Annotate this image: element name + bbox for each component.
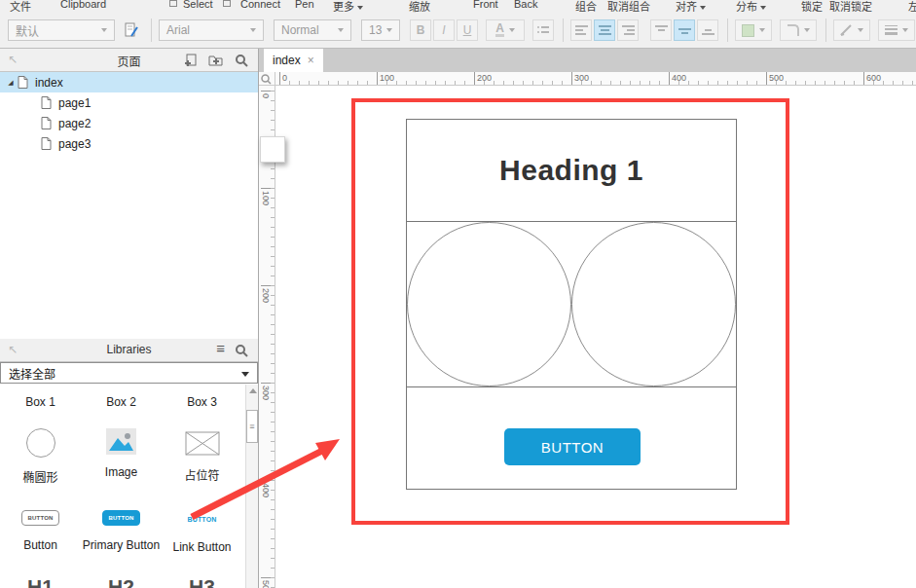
library-item-primary-button[interactable]: BUTTON Primary Button — [81, 509, 162, 552]
wireframe-heading-section[interactable]: Heading 1 — [407, 120, 736, 222]
font-weight-select[interactable]: Normal — [274, 19, 351, 41]
ruler-label: 0 — [261, 91, 271, 98]
library-item-h2[interactable]: H2 — [81, 575, 162, 588]
library-item-label: Image — [81, 465, 162, 479]
menu-item-connect[interactable]: Connect — [240, 0, 280, 10]
corner-radius-button[interactable] — [780, 19, 817, 41]
align-right-button[interactable] — [617, 19, 639, 41]
menu-item-more[interactable]: 更多 — [333, 0, 363, 14]
align-left-button[interactable] — [570, 19, 592, 41]
dropdown-caret-icon — [804, 28, 810, 32]
menu-item-lock[interactable]: 锁定 — [801, 0, 823, 14]
menu-item-file[interactable]: 文件 — [10, 0, 31, 14]
bullet-list-icon — [536, 24, 550, 36]
heading-widget[interactable]: Heading 1 — [499, 154, 643, 187]
italic-button[interactable]: I — [433, 19, 455, 41]
ruler-label: 100 — [377, 72, 394, 85]
valign-middle-button[interactable] — [674, 19, 695, 41]
add-page-icon[interactable] — [184, 54, 198, 71]
fill-color-button[interactable] — [735, 19, 772, 41]
font-size-select[interactable]: 13 — [361, 19, 400, 41]
wireframe-circles-section[interactable] — [407, 222, 736, 387]
wireframe-container-box[interactable]: Heading 1 BUTTON — [406, 119, 737, 490]
tab-close-icon[interactable]: × — [308, 54, 314, 67]
widget-style-select[interactable]: 默认 — [8, 19, 115, 41]
font-color-button[interactable]: A — [486, 19, 525, 41]
ruler-ticks — [271, 91, 275, 588]
valign-top-button[interactable] — [650, 19, 672, 41]
document-pencil-icon — [124, 22, 139, 38]
page-tree-item-page1[interactable]: page1 — [0, 92, 258, 113]
library-item-ellipse[interactable]: 椭圆形 — [0, 428, 81, 485]
library-item-h3[interactable]: H3 — [162, 575, 242, 588]
library-item-box2[interactable]: Box 2 — [81, 395, 162, 409]
add-folder-icon[interactable] — [208, 54, 223, 70]
hamburger-menu-icon[interactable]: ≡ — [216, 341, 225, 356]
library-filter-select[interactable]: 选择全部 — [0, 362, 258, 384]
selection-mode-contain-icon[interactable] — [223, 0, 231, 7]
library-item-label: Button — [0, 538, 81, 552]
menu-item-distribute[interactable]: 分布 — [736, 0, 766, 14]
menu-item-clipboard[interactable]: Clipboard — [60, 0, 106, 10]
page-tree-item-index[interactable]: ◢ index — [0, 72, 258, 92]
ellipse-widget-right[interactable] — [571, 222, 736, 386]
menu-item-select[interactable]: Select — [183, 0, 213, 10]
menu-item-group[interactable]: 组合 — [575, 0, 597, 14]
bullet-list-button[interactable] — [532, 19, 554, 41]
library-item-placeholder[interactable]: 占位符 — [162, 431, 242, 483]
ruler-label: 600 — [863, 72, 881, 85]
library-item-box3[interactable]: Box 3 — [162, 395, 242, 409]
tree-expand-icon[interactable]: ◢ — [4, 79, 18, 87]
underline-button[interactable]: U — [457, 19, 478, 41]
line-width-button[interactable] — [878, 19, 915, 41]
menu-item-align[interactable]: 对齐 — [676, 0, 706, 14]
selection-mode-icon[interactable] — [169, 0, 177, 7]
dropdown-caret-icon — [357, 6, 363, 10]
canvas-area: index × 0 100 200 300 400 500 600 0 100 … — [259, 49, 916, 588]
search-icon[interactable] — [235, 54, 248, 71]
primary-button-widget[interactable]: BUTTON — [504, 428, 641, 465]
ellipse-widget-left[interactable] — [407, 222, 571, 386]
pages-panel-header: ↖ 页面 — [0, 49, 258, 72]
dropdown-caret-icon — [700, 6, 706, 10]
ruler-label: 200 — [474, 72, 492, 85]
align-center-icon — [599, 25, 611, 36]
menu-item-front[interactable]: Front — [473, 0, 498, 10]
menu-item-back[interactable]: Back — [514, 0, 537, 10]
placeholder-thumbnail-icon — [185, 431, 220, 456]
scrollbar-thumb[interactable]: ≡ — [246, 410, 258, 443]
menu-item-pen[interactable]: Pen — [295, 0, 314, 10]
valign-bottom-button[interactable] — [697, 19, 718, 41]
tab-index[interactable]: index × — [264, 49, 323, 72]
ruler-corner[interactable] — [259, 72, 275, 86]
page-tree-item-page2[interactable]: page2 — [0, 113, 258, 133]
library-item-button[interactable]: BUTTON Button — [0, 509, 81, 552]
ellipse-thumbnail-icon — [26, 428, 55, 458]
library-item-image[interactable]: Image — [81, 428, 162, 479]
toolbar-separator — [727, 18, 728, 42]
libraries-scrollbar[interactable]: ≡ — [245, 385, 258, 588]
scroll-up-icon[interactable] — [249, 388, 257, 393]
library-item-h1[interactable]: H1 — [0, 575, 81, 588]
bold-button[interactable]: B — [410, 19, 431, 41]
align-center-button[interactable] — [594, 19, 615, 41]
wireframe-button-section[interactable]: BUTTON — [407, 387, 736, 489]
ruler-label: 200 — [261, 285, 271, 303]
menu-item-zoom[interactable]: 缩放 — [409, 0, 430, 14]
ruler-ticks — [279, 81, 916, 85]
page-tree-label: index — [35, 76, 63, 90]
page-tree-item-page3[interactable]: page3 — [0, 133, 258, 154]
canvas-floating-box[interactable] — [260, 136, 285, 163]
menu-item-ungroup[interactable]: 取消组合 — [607, 0, 650, 14]
line-color-button[interactable] — [833, 19, 870, 41]
search-icon[interactable] — [235, 344, 248, 361]
library-filter-value: 选择全部 — [9, 365, 55, 382]
library-item-link-button[interactable]: BUTTON Link Button — [162, 511, 242, 554]
menu-item-unlock[interactable]: 取消锁定 — [829, 0, 872, 14]
menu-item-clipped[interactable]: 左 — [908, 0, 916, 14]
ruler-label: 0 — [279, 72, 287, 85]
font-family-select[interactable]: Arial — [159, 19, 264, 41]
library-item-box1[interactable]: Box 1 — [0, 395, 81, 409]
design-canvas[interactable]: Heading 1 BUTTON — [275, 86, 916, 588]
edit-style-icon[interactable] — [121, 19, 142, 41]
